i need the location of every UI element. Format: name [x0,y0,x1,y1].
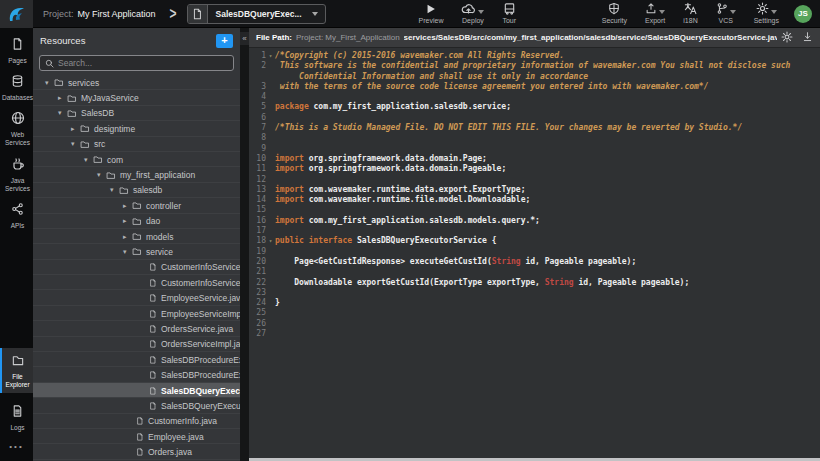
code-line[interactable]: 20 Page<GetCustIdResponse> executeGetCus… [249,257,820,267]
expand-arrow-icon[interactable]: ▸ [123,217,132,225]
code-line[interactable]: 8 [249,133,820,143]
collapse-arrow-icon[interactable]: ▾ [110,186,119,194]
code-line[interactable]: 12 [249,175,820,185]
tree-file-SalesDBProcedureExecutorService.java[interactable]: SalesDBProcedureExecutorService.java [33,352,240,367]
code-line[interactable]: 26 [249,319,820,329]
code-line[interactable]: Confidential Information and shall use i… [249,72,820,82]
code-line[interactable]: 27 [249,329,820,339]
code-editor[interactable]: 1▾/*Copyright (c) 2015-2016 wavemaker.co… [249,48,820,458]
download-file-icon[interactable] [802,29,813,47]
code-line[interactable]: 3 with the terms of the source code lice… [249,82,820,92]
search-box[interactable] [39,55,234,71]
code-line[interactable]: 22 Downloadable exportGetCustId(ExportTy… [249,278,820,288]
expand-arrow-icon[interactable]: ▸ [58,94,67,102]
vcs-button[interactable]: VCS [716,3,736,24]
sidebar-item-pages[interactable]: Pages [0,32,33,69]
collapse-arrow-icon[interactable]: ▾ [84,156,93,164]
tree-file-Orders.java[interactable]: Orders.java [33,444,240,459]
sidebar-item-java-services[interactable]: Java Services [0,152,33,197]
editor-settings-gear-icon[interactable] [781,29,793,47]
collapse-arrow-icon[interactable]: ▾ [71,140,80,148]
code-line[interactable]: 11import org.springframework.data.domain… [249,164,820,174]
page-selector-dropdown[interactable]: SalesDBQueryExec... [187,4,326,24]
code-line[interactable]: 25 [249,308,820,318]
tree-folder-my_first_application[interactable]: ▾my_first_application [33,167,240,182]
deploy-button[interactable]: Deploy [461,3,484,24]
tree-file-SalesDBQueryExecutorServiceImpl.java[interactable]: SalesDBQueryExecutorServiceImpl.java [33,398,240,413]
tree-file-OrdersService.java[interactable]: OrdersService.java [33,321,240,336]
globe-icon [11,111,25,129]
tour-button[interactable]: Tour [502,3,516,24]
code-line[interactable]: 7/*This is a Studio Managed File. DO NOT… [249,123,820,133]
sidebar-item-apis[interactable]: APIs [0,197,33,234]
code-line[interactable]: 16import com.my_first_application.salesd… [249,216,820,226]
expand-arrow-icon[interactable]: ▸ [123,202,132,210]
code-line[interactable]: 10import org.springframework.data.domain… [249,154,820,164]
tree-folder-models[interactable]: ▸models [33,229,240,244]
tree-file-SalesDBQueryExecutorService.java[interactable]: SalesDBQueryExecutorService.java [33,383,240,398]
sidebar-item-logs[interactable]: Logs [0,399,33,436]
tree-file-EmployeeServiceImpl.java[interactable]: EmployeeServiceImpl.java [33,306,240,321]
fold-arrow-icon[interactable]: ▾ [266,51,275,61]
tree-file-OrdersServiceImpl.java[interactable]: OrdersServiceImpl.java [33,337,240,352]
collapse-arrow-icon[interactable]: ▾ [58,109,67,117]
settings-button[interactable]: Settings [754,3,779,24]
file-icon [149,293,157,303]
sidebar-item-databases[interactable]: Databases [0,69,33,106]
export-button[interactable]: Export [645,3,665,24]
code-line[interactable]: 2 This software is the confidential and … [249,61,820,71]
expand-arrow-icon[interactable]: ▸ [123,233,132,241]
tree-folder-dao[interactable]: ▸dao [33,214,240,229]
more-options-icon[interactable]: ••• [0,436,33,461]
i18n-button[interactable]: i18N [683,3,697,24]
tree-folder-src[interactable]: ▾src [33,137,240,152]
add-resource-button[interactable]: + [216,34,233,48]
tree-folder-salesdb[interactable]: ▾salesdb [33,183,240,198]
tree-folder-MyJavaService[interactable]: ▸MyJavaService [33,90,240,105]
tree-folder-services[interactable]: ▾services [33,75,240,90]
code-line[interactable]: 24} [249,298,820,308]
tree-file-CustomerInfo.java[interactable]: CustomerInfo.java [33,414,240,429]
code-line[interactable]: 18▾public interface SalesDBQueryExecutor… [249,236,820,246]
sidebar-item-web-services[interactable]: Web Services [0,106,33,151]
code-line[interactable]: 17 [249,226,820,236]
tree-file-CustomerInfoServiceImpl.java[interactable]: CustomerInfoServiceImpl.java [33,275,240,290]
toolbar-right: Security Export i18N VCS Settings [593,3,788,24]
code-line[interactable]: 23 [249,288,820,298]
fold-gutter [266,133,275,143]
code-line[interactable]: 19 [249,247,820,257]
folder-icon [132,201,142,210]
collapse-arrow-icon[interactable]: ▾ [45,79,54,87]
expand-arrow-icon[interactable]: ▸ [71,125,80,133]
tree-file-EmployeeService.java[interactable]: EmployeeService.java [33,290,240,305]
collapse-panel-button[interactable]: « [240,32,249,45]
fold-arrow-icon[interactable]: ▾ [266,236,275,246]
fold-gutter [266,288,275,298]
code-line[interactable]: 6 [249,113,820,123]
tree-file-Employee.java[interactable]: Employee.java [33,429,240,444]
tree-folder-designtime[interactable]: ▸designtime [33,121,240,136]
collapse-arrow-icon[interactable]: ▾ [123,248,132,256]
code-line[interactable]: 15 [249,205,820,215]
code-line[interactable]: 4 [249,92,820,102]
tree-file-CustomerInfoService.java[interactable]: CustomerInfoService.java [33,260,240,275]
wavemaker-logo[interactable] [0,0,33,28]
tree-folder-service[interactable]: ▾service [33,244,240,259]
code-line[interactable]: 14import com.wavemaker.runtime.file.mode… [249,195,820,205]
search-input[interactable] [58,58,228,68]
preview-button[interactable]: Preview [419,3,444,24]
tree-folder-com[interactable]: ▾com [33,152,240,167]
user-avatar[interactable]: JS [794,5,812,23]
sidebar-item-file-explorer[interactable]: File Explorer [0,348,33,393]
code-line[interactable]: 13import com.wavemaker.runtime.data.expo… [249,185,820,195]
line-number: 11 [249,164,266,174]
security-button[interactable]: Security [602,3,627,24]
code-line[interactable]: 5package com.my_first_application.salesd… [249,102,820,112]
code-line[interactable]: 9 [249,144,820,154]
code-line[interactable]: 1▾/*Copyright (c) 2015-2016 wavemaker.co… [249,51,820,61]
tree-folder-SalesDB[interactable]: ▾SalesDB [33,106,240,121]
tree-file-SalesDBProcedureExecutorServiceImpl.java[interactable]: SalesDBProcedureExecutorServiceImpl.java [33,367,240,382]
collapse-arrow-icon[interactable]: ▾ [97,171,106,179]
tree-folder-controller[interactable]: ▸controller [33,198,240,213]
code-line[interactable]: 21 [249,267,820,277]
